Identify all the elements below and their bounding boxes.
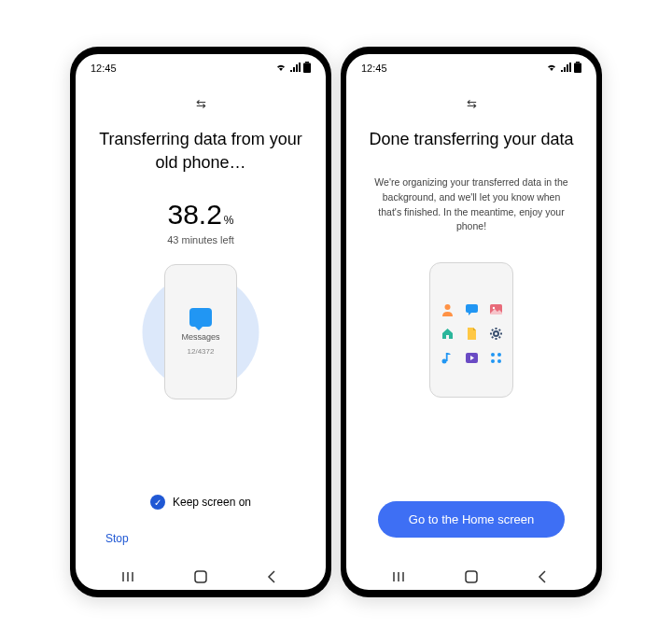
keep-screen-label: Keep screen on [173, 496, 251, 509]
gallery-icon [488, 302, 503, 317]
keep-screen-toggle[interactable]: ✓ Keep screen on [150, 495, 251, 510]
nav-home-icon[interactable] [457, 569, 485, 584]
svg-point-24 [491, 353, 495, 357]
battery-icon [574, 62, 581, 75]
nav-back-icon[interactable] [258, 569, 286, 584]
item-count: 12/4372 [188, 347, 215, 356]
home-icon [440, 327, 455, 342]
svg-rect-1 [303, 63, 311, 74]
svg-rect-5 [195, 571, 206, 582]
checkbox-checked-icon: ✓ [150, 495, 165, 510]
svg-point-21 [441, 359, 446, 364]
svg-point-12 [494, 331, 498, 336]
status-icons [275, 62, 311, 75]
svg-line-17 [492, 329, 493, 330]
svg-line-20 [498, 329, 499, 330]
svg-point-11 [492, 307, 494, 309]
svg-point-25 [497, 353, 501, 357]
svg-rect-9 [466, 304, 478, 313]
svg-point-8 [444, 304, 450, 310]
done-illustration [429, 262, 513, 398]
screen-left: 12:45 ⇆ Transferring data from your old … [76, 54, 326, 590]
progress-percent: 38.2% [167, 199, 233, 231]
settings-icon [488, 327, 503, 342]
svg-rect-0 [305, 62, 309, 63]
transfer-icon: ⇆ [196, 97, 206, 111]
messages-icon [189, 308, 212, 327]
percent-value: 38.2 [167, 199, 221, 230]
nav-back-icon[interactable] [528, 569, 556, 584]
nav-home-icon[interactable] [187, 569, 215, 584]
wifi-icon [546, 63, 557, 74]
bottom-row: Stop [94, 528, 307, 560]
screen-right: 12:45 ⇆ Done transferring your data We'r… [346, 54, 596, 590]
contacts-icon [440, 302, 455, 317]
signal-icon [560, 63, 571, 74]
page-title: Done transferring your data [369, 128, 573, 151]
item-label: Messages [181, 332, 219, 342]
video-icon [464, 351, 479, 366]
page-subtitle: We're organizing your transferred data i… [365, 175, 578, 234]
svg-rect-31 [466, 571, 477, 582]
svg-rect-7 [574, 63, 581, 74]
progress-illustration: Messages 12/4372 [164, 264, 237, 399]
svg-point-27 [497, 359, 501, 363]
wifi-icon [275, 63, 287, 74]
nav-bar [76, 560, 326, 590]
messages-icon [464, 302, 479, 317]
status-bar: 12:45 [76, 54, 326, 78]
app-icon-grid [440, 302, 503, 366]
status-bar: 12:45 [346, 54, 596, 78]
apps-icon [488, 351, 503, 366]
content-right: ⇆ Done transferring your data We're orga… [346, 78, 596, 560]
svg-line-19 [492, 337, 493, 338]
files-icon [464, 327, 479, 342]
go-home-button[interactable]: Go to the Home screen [378, 501, 565, 538]
status-icons [546, 62, 581, 75]
percent-unit: % [224, 214, 234, 227]
signal-icon [289, 63, 301, 74]
nav-recents-icon[interactable] [386, 570, 414, 583]
mini-phone-graphic [429, 262, 513, 398]
phone-left: 12:45 ⇆ Transferring data from your old … [70, 47, 331, 597]
nav-recents-icon[interactable] [116, 570, 144, 583]
transfer-icon: ⇆ [467, 97, 477, 111]
time-remaining: 43 minutes left [167, 234, 234, 245]
nav-bar [346, 560, 596, 590]
page-title: Transferring data from your old phone… [94, 128, 307, 175]
battery-icon [303, 62, 311, 75]
content-left: ⇆ Transferring data from your old phone…… [76, 78, 326, 560]
music-icon [440, 351, 455, 366]
status-time: 12:45 [361, 63, 387, 74]
phone-right: 12:45 ⇆ Done transferring your data We'r… [341, 47, 602, 597]
svg-point-26 [491, 359, 495, 363]
bottom-wrap: Go to the Home screen [365, 501, 578, 560]
svg-line-18 [498, 337, 499, 338]
status-time: 12:45 [91, 63, 117, 74]
stop-button[interactable]: Stop [98, 528, 136, 549]
mini-phone-graphic: Messages 12/4372 [164, 264, 237, 399]
svg-rect-6 [576, 62, 580, 63]
